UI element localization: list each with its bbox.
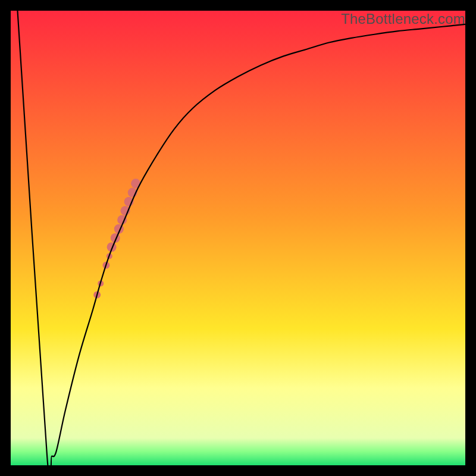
watermark-label: TheBottleneck.com xyxy=(341,11,465,27)
chart-plot-area: TheBottleneck.com xyxy=(11,11,465,465)
gradient-background xyxy=(11,11,465,465)
bottleneck-chart xyxy=(11,11,465,465)
